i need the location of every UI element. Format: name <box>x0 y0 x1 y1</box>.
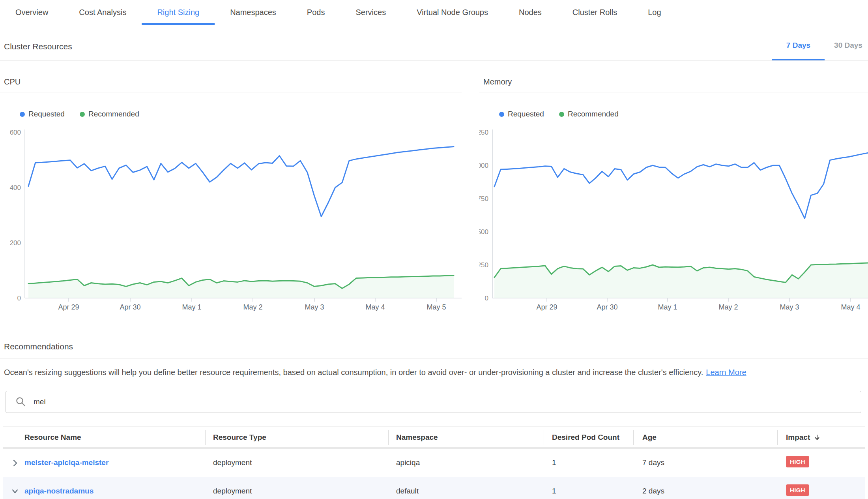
column-header-label: Resource Name <box>24 433 81 442</box>
cell-desired-pod-count: 1 <box>552 487 556 495</box>
tab-services[interactable]: Services <box>340 0 401 25</box>
legend-label: Requested <box>508 110 544 118</box>
y-axis-tick-label: 0 <box>485 295 488 302</box>
cpu-chart-legend: RequestedRecommended <box>20 110 462 118</box>
y-axis-tick-label: 400 <box>10 184 21 191</box>
column-divider <box>544 430 544 445</box>
y-axis-tick-label: 200 <box>10 239 21 247</box>
cell-namespace: apiciqa <box>396 458 420 467</box>
y-axis-tick-label: 250 <box>479 261 488 269</box>
recommended-area-fill <box>494 263 868 298</box>
x-axis-tick-label: May 2 <box>718 303 738 311</box>
recommended-legend-dot-icon <box>559 112 564 117</box>
x-axis-tick-label: May 4 <box>365 303 385 311</box>
x-axis-tick-label: Apr 30 <box>120 303 140 311</box>
table-header-row: Resource NameResource TypeNamespaceDesir… <box>3 426 865 449</box>
cell-age: 7 days <box>642 458 664 467</box>
resource-name-link[interactable]: meister-apiciqa-meister <box>24 458 108 467</box>
memory-chart-title: Memory <box>479 77 868 92</box>
cell-desired-pod-count: 1 <box>552 458 556 467</box>
recommendations-search-box[interactable] <box>6 391 861 413</box>
column-divider <box>388 430 389 445</box>
chevron-down-icon[interactable] <box>11 488 19 495</box>
x-axis-tick-label: Apr 29 <box>536 303 557 311</box>
tab-nodes[interactable]: Nodes <box>503 0 557 25</box>
column-header-resource-type[interactable]: Resource Type <box>213 433 266 442</box>
recommendations-table: Resource NameResource TypeNamespaceDesir… <box>3 426 865 499</box>
y-axis-tick-label: 0 <box>17 295 21 302</box>
column-divider <box>205 430 206 445</box>
legend-item-recommended[interactable]: Recommended <box>80 110 139 118</box>
column-header-namespace[interactable]: Namespace <box>396 433 438 442</box>
impact-badge-high: HIGH <box>786 484 809 496</box>
recommendations-description: Ocean's resizing suggestions will help y… <box>4 368 852 377</box>
y-axis-tick-label: 500 <box>479 228 488 236</box>
range-tab-30-days[interactable]: 30 Days <box>829 41 868 60</box>
tab-namespaces[interactable]: Namespaces <box>215 0 292 25</box>
column-header-age[interactable]: Age <box>642 433 657 442</box>
legend-item-requested[interactable]: Requested <box>499 110 544 118</box>
tab-cost-analysis[interactable]: Cost Analysis <box>64 0 142 25</box>
tab-right-sizing[interactable]: Right Sizing <box>142 0 215 25</box>
tab-log[interactable]: Log <box>632 0 676 25</box>
cpu-chart-title: CPU <box>0 77 462 92</box>
cluster-tab-bar: OverviewCost AnalysisRight SizingNamespa… <box>0 0 868 25</box>
requested-legend-dot-icon <box>499 112 504 117</box>
memory-line-chart: 025050075010001250Apr 29Apr 30May 1May 2… <box>479 118 868 316</box>
x-axis-tick-label: May 5 <box>427 303 446 311</box>
requested-series-line <box>494 153 868 218</box>
search-icon <box>15 396 26 407</box>
recommended-legend-dot-icon <box>80 112 85 117</box>
cluster-resources-title: Cluster Resources <box>4 42 72 51</box>
column-header-label: Namespace <box>396 433 438 442</box>
legend-label: Requested <box>28 110 65 118</box>
right-sizing-page: { "nav": { "tabs": [ {"label": "Overview… <box>0 0 868 499</box>
y-axis-tick-label: 1000 <box>479 162 488 169</box>
recommended-area-fill <box>28 276 454 298</box>
column-header-impact[interactable]: Impact <box>786 433 820 442</box>
table-body: meister-apiciqa-meisterdeploymentapiciqa… <box>3 449 865 499</box>
cell-namespace: default <box>396 487 419 495</box>
memory-chart-section: Memory RequestedRecommended 025050075010… <box>479 77 868 118</box>
legend-label: Recommended <box>568 110 619 118</box>
cpu-chart-section: CPU RequestedRecommended 0200400600Apr 2… <box>0 77 462 118</box>
resource-name-link[interactable]: apiqa-nostradamus <box>24 487 94 495</box>
sort-desc-icon[interactable] <box>814 434 820 441</box>
legend-label: Recommended <box>88 110 139 118</box>
column-header-label: Impact <box>786 433 810 442</box>
impact-badge-high: HIGH <box>786 456 809 467</box>
requested-legend-dot-icon <box>20 112 25 117</box>
column-divider <box>777 430 778 445</box>
column-header-resource-name[interactable]: Resource Name <box>24 433 81 442</box>
y-axis-tick-label: 1250 <box>479 129 488 136</box>
legend-item-requested[interactable]: Requested <box>20 110 65 118</box>
tab-cluster-rolls[interactable]: Cluster Rolls <box>557 0 632 25</box>
column-header-desired-pod-count[interactable]: Desired Pod Count <box>552 433 619 442</box>
chevron-right-icon[interactable] <box>11 459 19 467</box>
learn-more-link[interactable]: Learn More <box>706 368 746 377</box>
x-axis-tick-label: May 3 <box>305 303 324 311</box>
search-input[interactable] <box>33 397 861 407</box>
cpu-line-chart: 0200400600Apr 29Apr 30May 1May 2May 3May… <box>0 118 462 316</box>
x-axis-tick-label: Apr 30 <box>597 303 617 311</box>
cell-resource-type: deployment <box>213 458 252 467</box>
x-axis-tick-label: May 1 <box>658 303 677 311</box>
y-axis-tick-label: 750 <box>479 195 488 203</box>
cell-resource-type: deployment <box>213 487 252 495</box>
table-row-apiqa-nostradamus[interactable]: apiqa-nostradamusdeploymentdefault12 day… <box>3 477 865 499</box>
x-axis-tick-label: May 2 <box>243 303 262 311</box>
tab-pods[interactable]: Pods <box>292 0 340 25</box>
requested-series-line <box>28 146 454 216</box>
recommendations-description-text: Ocean's resizing suggestions will help y… <box>4 368 703 377</box>
column-header-label: Resource Type <box>213 433 266 442</box>
range-tab-7-days[interactable]: 7 Days <box>772 41 825 60</box>
memory-chart-legend: RequestedRecommended <box>499 110 868 118</box>
tab-virtual-node-groups[interactable]: Virtual Node Groups <box>401 0 503 25</box>
column-header-label: Desired Pod Count <box>552 433 619 442</box>
tab-overview[interactable]: Overview <box>0 0 64 25</box>
x-axis-tick-label: May 1 <box>182 303 201 311</box>
cell-age: 2 days <box>642 487 664 495</box>
recommendations-header: Recommendations <box>0 339 868 359</box>
legend-item-recommended[interactable]: Recommended <box>559 110 619 118</box>
table-row-meister-apiciqa-meister[interactable]: meister-apiciqa-meisterdeploymentapiciqa… <box>3 449 865 477</box>
